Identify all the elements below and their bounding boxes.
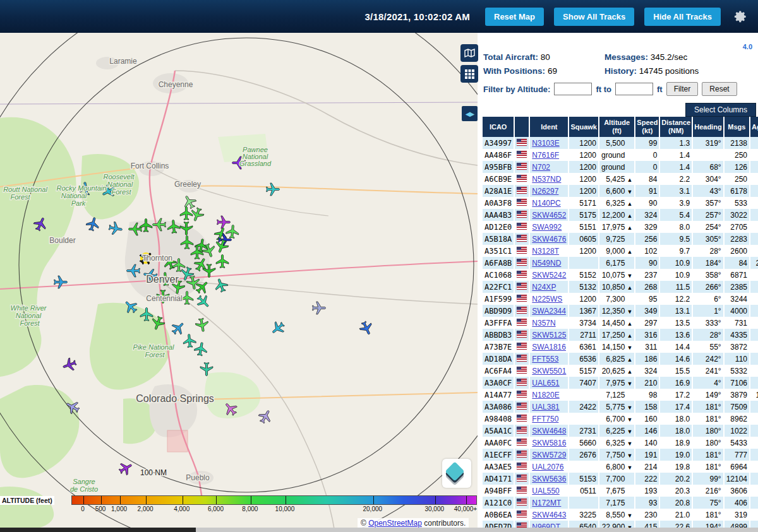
ident-link[interactable]: N140PC bbox=[532, 199, 560, 208]
hide-all-tracks-button[interactable]: Hide All Tracks bbox=[644, 8, 721, 26]
aircraft-row[interactable]: A1ECFF SKW5729 2676 7,750▼ 191 19.0 181°… bbox=[483, 449, 758, 461]
aircraft-row[interactable]: A22FC1 N24XP 5132 10,850▲ 268 11.5 266° … bbox=[483, 281, 758, 293]
ident-link[interactable]: N1820E bbox=[532, 391, 559, 399]
ident-link[interactable]: SKW5636 bbox=[532, 475, 566, 483]
map-canvas[interactable]: LaramieCheyenneFort CollinsGreeleyBoulde… bbox=[0, 33, 478, 532]
aircraft-row[interactable]: A28A1E N26297 1200 6,600▼ 91 3.1 43° 617… bbox=[483, 185, 758, 197]
ident-link[interactable]: SKW4643 bbox=[532, 511, 566, 519]
ident-link[interactable]: N225WS bbox=[532, 295, 562, 304]
ident-link[interactable]: SKW4676 bbox=[532, 235, 566, 244]
column-header-3[interactable]: Squawk bbox=[569, 117, 598, 137]
column-header-8[interactable]: Msgs bbox=[725, 117, 749, 137]
ident-link[interactable]: SKW4652 bbox=[532, 211, 566, 220]
aircraft-row[interactable]: A0A3F8 N140PC 5171 6,325▲ 90 3.9 357° 53… bbox=[483, 197, 758, 209]
column-header-0[interactable]: ICAO bbox=[483, 117, 514, 137]
ident-link[interactable]: SKW4648 bbox=[532, 427, 566, 435]
msgs-cell: 250 bbox=[725, 173, 749, 185]
ident-link[interactable]: SWA2344 bbox=[532, 307, 566, 316]
reset-map-button[interactable]: Reset Map bbox=[485, 8, 544, 26]
aircraft-row[interactable]: AAA0FC SKW5816 5660 6,325▼ 140 18.9 180°… bbox=[483, 437, 758, 449]
column-header-5[interactable]: Speed (kt) bbox=[635, 117, 659, 137]
layer-switcher-button[interactable] bbox=[442, 459, 471, 488]
ident-link[interactable]: UAL550 bbox=[532, 487, 559, 495]
ident-link[interactable]: N7616F bbox=[532, 151, 559, 160]
speed-cell: 297 bbox=[635, 317, 659, 329]
altitude-max-input[interactable] bbox=[615, 83, 653, 95]
openstreetmap-link[interactable]: OpenStreetMap bbox=[368, 519, 422, 528]
ident-link[interactable]: SKW5501 bbox=[532, 367, 566, 375]
aircraft-row[interactable]: AA3AE5 UAL2076 6,800▼ 214 19.8 181° 6964… bbox=[483, 461, 758, 473]
reset-button[interactable]: Reset bbox=[702, 82, 737, 96]
ident-link[interactable]: N702 bbox=[532, 163, 550, 172]
aircraft-row[interactable]: A351C1 N3128T 1200 9,000▲ 102 9.7 28° 26… bbox=[483, 245, 758, 257]
filter-button[interactable]: Filter bbox=[666, 82, 699, 96]
aircraft-row[interactable]: AD18DA FFT553 6536 6,825▲ 186 14.6 242° … bbox=[483, 353, 758, 365]
ident-link[interactable]: FFT750 bbox=[532, 415, 558, 423]
ident-link[interactable]: SKW5125 bbox=[532, 331, 566, 340]
chevron-left-icon: ◀ bbox=[466, 110, 470, 117]
sidebar-toggle[interactable]: ◀▶ bbox=[462, 106, 478, 121]
ident-link[interactable]: UAL381 bbox=[532, 403, 559, 411]
aircraft-row[interactable]: A3FFFA N357N 3734 14,450▲ 297 13.5 333° … bbox=[483, 317, 758, 329]
flag-cell bbox=[515, 209, 529, 221]
settings-gear-icon[interactable] bbox=[731, 8, 748, 25]
aircraft-row[interactable]: AD12E0 SWA992 5151 17,975▲ 329 8.0 254° … bbox=[483, 221, 758, 233]
ident-link[interactable]: N172MT bbox=[532, 499, 561, 507]
aircraft-row[interactable]: AC6FA4 SKW5501 5157 20,625▲ 324 15.5 241… bbox=[483, 365, 758, 377]
aircraft-row[interactable]: A95BFB N702 1200 ground 0 1.4 68° 126 4 bbox=[483, 161, 758, 173]
ident-link[interactable]: UAL2076 bbox=[532, 463, 563, 471]
aircraft-row[interactable]: A6CB9E N537ND 1200 5,425▲ 84 2.2 304° 25… bbox=[483, 173, 758, 185]
aircraft-row[interactable]: A5AA1C SKW4648 2731 6,225▼ 146 18.0 180°… bbox=[483, 425, 758, 437]
aircraft-row[interactable]: A3A0CF UAL651 7407 7,975▼ 210 16.9 4° 71… bbox=[483, 377, 758, 389]
aircraft-row[interactable]: AD4171 SKW5636 5153 7,700 222 20.2 99° 1… bbox=[483, 473, 758, 485]
aircraft-row[interactable]: A73B7E SWA1816 6361 14,150▼ 311 14.4 55°… bbox=[483, 341, 758, 353]
aircraft-row[interactable]: AA486F N7616F 1200 ground 0 1.4 250 3 bbox=[483, 149, 758, 161]
aircraft-row[interactable]: A34997 N3103E 1200 5,500 99 1.3 319° 213… bbox=[483, 137, 758, 149]
distance-cell: 1.3 bbox=[660, 137, 692, 149]
column-header-6[interactable]: Distance (NM) bbox=[660, 117, 692, 137]
aircraft-row[interactable]: A1F599 N225WS 1200 7,300 95 12.2 6° 3244… bbox=[483, 293, 758, 305]
ident-link[interactable]: SWA992 bbox=[532, 223, 562, 232]
aircraft-row[interactable]: ABBDB3 SKW5125 2711 17,250▲ 316 13.6 28°… bbox=[483, 329, 758, 341]
ident-link[interactable]: SKW5729 bbox=[532, 451, 566, 459]
aircraft-row[interactable]: A5B18A SKW4676 0605 9,725 256 9.5 305° 2… bbox=[483, 233, 758, 245]
altitude-trend-icon: ▼ bbox=[625, 273, 632, 279]
altitude-min-input[interactable] bbox=[554, 83, 592, 95]
ident-link[interactable]: N3128T bbox=[532, 247, 559, 256]
column-header-9[interactable]: Age bbox=[750, 117, 758, 137]
column-header-1[interactable] bbox=[515, 117, 529, 137]
column-header-7[interactable]: Heading bbox=[693, 117, 723, 137]
ident-link[interactable]: N537ND bbox=[532, 175, 561, 184]
ident-link[interactable]: SWA1816 bbox=[532, 343, 566, 352]
ident-link[interactable]: FFT553 bbox=[532, 355, 558, 364]
aircraft-row[interactable]: A94BFF UAL550 0511 7,675 193 20.3 216° 3… bbox=[483, 485, 758, 497]
ident-link[interactable]: N26297 bbox=[532, 187, 558, 196]
legend-tick bbox=[466, 496, 467, 504]
aircraft-row[interactable]: AC1068 SKW5242 5152 10,075▼ 237 10.9 358… bbox=[483, 269, 758, 281]
ident-link[interactable]: N549ND bbox=[532, 259, 561, 268]
age-cell: 0 bbox=[750, 509, 758, 521]
aircraft-row[interactable]: A121C0 N172MT 7,175 93 20.8 75° 406 1 bbox=[483, 497, 758, 509]
map-style-button[interactable] bbox=[460, 44, 478, 62]
icao-cell: A1F599 bbox=[483, 293, 514, 305]
ident-link[interactable]: N357N bbox=[532, 319, 555, 328]
ident-link[interactable]: N24XP bbox=[532, 283, 556, 292]
ident-link[interactable]: SKW5242 bbox=[532, 271, 566, 280]
aircraft-row[interactable]: ABD9D9 SWA2344 1367 12,350▼ 349 13.1 1° … bbox=[483, 305, 758, 317]
horizontal-scrollbar-thumb[interactable] bbox=[0, 528, 196, 532]
aircraft-row[interactable]: A14A77 N1820E 7,125 98 17.2 149° 3879 12 bbox=[483, 389, 758, 401]
column-header-4[interactable]: Altitude (ft) bbox=[599, 117, 634, 137]
grid-button[interactable] bbox=[460, 65, 478, 83]
aircraft-row[interactable]: AAA4B3 SKW4652 5175 12,200▲ 324 5.4 257°… bbox=[483, 209, 758, 221]
show-all-tracks-button[interactable]: Show All Tracks bbox=[554, 8, 634, 26]
aircraft-row[interactable]: A3A086 UAL381 2422 5,775▼ 158 17.4 181° … bbox=[483, 401, 758, 413]
ident-link[interactable]: N3103E bbox=[532, 139, 559, 148]
ident-link[interactable]: UAL651 bbox=[532, 379, 559, 387]
aircraft-row[interactable]: A6FA8B N549ND 6,175 90 10.9 184° 84 28 bbox=[483, 257, 758, 269]
ident-link[interactable]: SKW5816 bbox=[532, 439, 566, 447]
heading-cell: 28° bbox=[693, 329, 723, 341]
aircraft-row[interactable]: A0B6EA SKW4643 3225 8,550▼ 230 21.0 181°… bbox=[483, 509, 758, 521]
aircraft-row[interactable]: A98408 FFT750 6,700▼ 160 18.0 181° 8962 … bbox=[483, 413, 758, 425]
column-header-2[interactable]: Ident bbox=[530, 117, 568, 137]
select-columns-button[interactable]: Select Columns bbox=[685, 103, 756, 117]
